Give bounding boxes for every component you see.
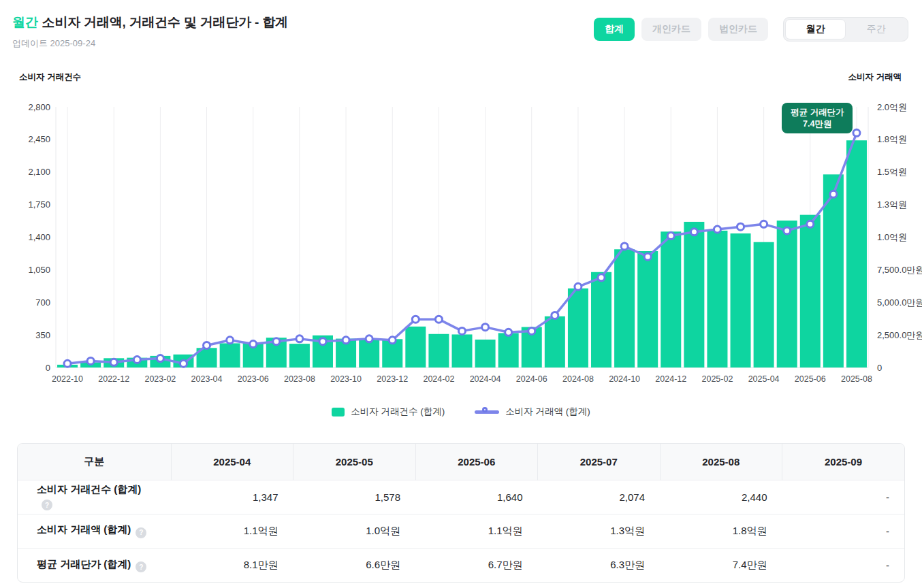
x-tick: 2023-10 bbox=[330, 374, 362, 384]
filter-button-2[interactable]: 개인카드 bbox=[641, 18, 701, 41]
bar-2025-03[interactable] bbox=[731, 233, 751, 368]
line-point-2023-11[interactable] bbox=[366, 336, 372, 342]
period-tab-2[interactable]: 주간 bbox=[846, 19, 906, 39]
help-icon[interactable]: ? bbox=[42, 500, 52, 510]
line-point-2024-09[interactable] bbox=[598, 274, 605, 281]
cell-value: 1.8억원 bbox=[660, 514, 782, 548]
line-point-2023-07[interactable] bbox=[273, 338, 280, 345]
right-tick: 1.8억원 bbox=[877, 134, 907, 144]
line-point-2025-01[interactable] bbox=[690, 229, 697, 235]
help-icon[interactable]: ? bbox=[136, 527, 146, 538]
bar-2025-04[interactable] bbox=[754, 242, 774, 368]
cell-value: 1.3억원 bbox=[538, 514, 661, 548]
dashboard-page: 월간소비자 거래액, 거래건수 및 거래단가 - 합계 업데이트 2025-09… bbox=[0, 0, 922, 588]
line-point-2022-11[interactable] bbox=[87, 357, 94, 364]
bar-2024-04[interactable] bbox=[475, 340, 496, 368]
cell-value: - bbox=[782, 480, 905, 514]
left-tick: 1,750 bbox=[28, 199, 50, 210]
x-tick: 2023-12 bbox=[377, 374, 408, 384]
line-point-2025-05[interactable] bbox=[784, 227, 791, 234]
period-tab-1[interactable]: 월간 bbox=[785, 19, 846, 39]
line-point-2025-08[interactable] bbox=[853, 129, 860, 136]
line-point-2025-07[interactable] bbox=[830, 191, 837, 197]
bar-2024-05[interactable] bbox=[498, 333, 519, 368]
line-point-2023-01[interactable] bbox=[133, 357, 140, 363]
line-point-2024-12[interactable] bbox=[667, 233, 674, 240]
bar-2023-08[interactable] bbox=[289, 344, 310, 368]
bar-2024-10[interactable] bbox=[614, 249, 635, 368]
table-row-2: 소비자 거래액 (합계)?1.1억원1.0억원1.1억원1.3억원1.8억원- bbox=[18, 514, 904, 548]
bar-2025-01[interactable] bbox=[684, 222, 704, 368]
line-point-2022-12[interactable] bbox=[110, 359, 117, 365]
bar-swatch-icon bbox=[332, 408, 345, 416]
help-icon[interactable]: ? bbox=[136, 561, 146, 572]
bar-2023-05[interactable] bbox=[220, 343, 240, 368]
line-point-2024-03[interactable] bbox=[459, 327, 466, 334]
filter-button-group: 합계개인카드법인카드 bbox=[594, 18, 768, 41]
bar-2024-09[interactable] bbox=[591, 272, 611, 368]
col-header-2025-08: 2025-08 bbox=[660, 444, 782, 480]
line-point-2023-02[interactable] bbox=[157, 355, 163, 362]
right-tick: 1.0억원 bbox=[877, 232, 907, 242]
cell-value: 6.6만원 bbox=[293, 548, 416, 582]
line-point-2024-05[interactable] bbox=[505, 329, 512, 336]
line-point-2024-06[interactable] bbox=[528, 327, 535, 334]
chart-legend: 소비자 거래건수 (합계)소비자 거래액 (합계) bbox=[0, 404, 922, 419]
x-tick: 2023-02 bbox=[144, 374, 176, 384]
left-tick: 1,400 bbox=[28, 232, 50, 242]
bar-2025-06[interactable] bbox=[800, 215, 821, 368]
line-point-2025-03[interactable] bbox=[737, 223, 744, 230]
bar-2024-02[interactable] bbox=[428, 334, 449, 368]
bar-2023-11[interactable] bbox=[359, 340, 379, 368]
left-tick: 350 bbox=[35, 330, 50, 340]
line-point-2024-04[interactable] bbox=[482, 324, 489, 331]
cell-value: - bbox=[782, 548, 905, 582]
line-point-2024-07[interactable] bbox=[552, 312, 558, 318]
line-point-2023-03[interactable] bbox=[180, 360, 187, 367]
line-point-2023-05[interactable] bbox=[227, 337, 234, 344]
legend-item-2[interactable]: 소비자 거래액 (합계) bbox=[475, 406, 590, 418]
line-point-2025-04[interactable] bbox=[761, 220, 767, 227]
col-header-2025-09: 2025-09 bbox=[782, 444, 905, 480]
left-tick: 2,100 bbox=[28, 167, 50, 177]
summary-table-card: 구분2025-042025-052025-062025-072025-08202… bbox=[17, 443, 905, 583]
x-tick: 2023-06 bbox=[238, 374, 269, 384]
table-row-1: 소비자 거래건수 (합계)?1,3471,5781,6402,0742,440- bbox=[18, 480, 904, 514]
bar-2024-08[interactable] bbox=[568, 289, 588, 368]
bar-2024-03[interactable] bbox=[452, 334, 473, 368]
line-point-2024-01[interactable] bbox=[412, 316, 419, 323]
x-tick: 2023-04 bbox=[191, 374, 223, 384]
line-point-2024-02[interactable] bbox=[435, 316, 442, 323]
row-label: 소비자 거래건수 (합계)? bbox=[18, 480, 171, 514]
line-point-2025-02[interactable] bbox=[714, 226, 720, 233]
table-header-row: 구분2025-042025-052025-062025-072025-08202… bbox=[18, 444, 904, 480]
line-point-2023-09[interactable] bbox=[319, 338, 326, 345]
col-header-2025-05: 2025-05 bbox=[293, 444, 416, 480]
summary-table: 구분2025-042025-052025-062025-072025-08202… bbox=[18, 444, 904, 582]
line-point-2025-06[interactable] bbox=[807, 220, 814, 227]
bar-2024-01[interactable] bbox=[405, 327, 426, 368]
table-row-3: 평균 거래단가 (합계)?8.1만원6.6만원6.7만원6.3만원7.4만원- bbox=[18, 548, 904, 582]
line-point-2023-04[interactable] bbox=[204, 342, 210, 348]
line-point-2023-06[interactable] bbox=[250, 341, 257, 348]
bar-2025-05[interactable] bbox=[777, 220, 797, 368]
line-point-2023-10[interactable] bbox=[343, 337, 349, 344]
line-point-2023-08[interactable] bbox=[296, 336, 303, 342]
legend-label: 소비자 거래건수 (합계) bbox=[351, 406, 445, 418]
bar-2024-12[interactable] bbox=[661, 231, 681, 368]
legend-item-1[interactable]: 소비자 거래건수 (합계) bbox=[332, 406, 445, 418]
bar-2025-02[interactable] bbox=[707, 231, 727, 368]
line-point-2024-08[interactable] bbox=[575, 283, 582, 290]
bar-2025-08[interactable] bbox=[846, 140, 867, 368]
filter-button-1[interactable]: 합계 bbox=[594, 18, 635, 41]
line-point-2022-10[interactable] bbox=[64, 360, 71, 367]
x-tick: 2024-08 bbox=[562, 374, 594, 384]
cell-value: 1.1억원 bbox=[415, 514, 538, 548]
bar-2024-11[interactable] bbox=[637, 251, 658, 368]
bar-2024-07[interactable] bbox=[545, 316, 565, 368]
filter-button-3[interactable]: 법인카드 bbox=[708, 18, 768, 41]
line-point-2023-12[interactable] bbox=[389, 337, 396, 344]
line-point-2024-11[interactable] bbox=[644, 253, 651, 260]
line-point-2024-10[interactable] bbox=[621, 243, 628, 250]
cell-value: - bbox=[782, 514, 905, 548]
